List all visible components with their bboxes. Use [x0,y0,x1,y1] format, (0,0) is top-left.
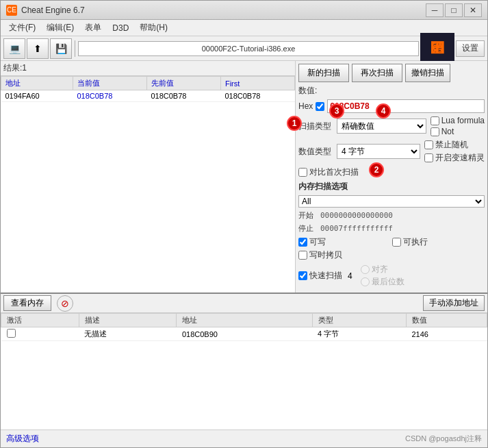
settings-button[interactable]: 设置 [456,40,485,57]
maximize-button[interactable]: □ [445,3,463,17]
start-value: 0000000000000000 [320,211,393,220]
title-bar: CE Cheat Engine 6.7 ─ □ ✕ [1,1,487,20]
col-first: First [220,77,294,90]
watermark: CSDN @pogasdhj注释 [405,434,482,444]
cell-address: 0194FA60 [1,90,73,102]
stop-value: 00007fffffffffff [320,224,393,233]
menu-edit[interactable]: 编辑(E) [41,21,79,35]
title-bar-controls: ─ □ ✕ [426,3,482,17]
scan-type-select[interactable]: 精确数值 [337,119,426,134]
value-label: 数值: [298,85,317,97]
not-checkbox[interactable] [431,127,439,136]
menu-table[interactable]: 表单 [79,21,107,35]
cheat-table-row[interactable]: 无描述 018C0B90 4 字节 2146 [1,327,487,341]
right-checkboxes2: 禁止随机 开启变速精灵 [424,139,485,164]
main-window: CE Cheat Engine 6.7 ─ □ ✕ 文件(F) 编辑(E) 表单… [0,0,488,448]
disable-random-label: 禁止随机 [424,139,485,151]
bottom-toolbar: 查看内存 ⊘ 手动添加地址 [1,294,487,313]
toolbar-save-button[interactable]: 💾 [50,38,72,59]
lua-checkbox[interactable] [431,116,439,125]
col-current: 当前值 [73,77,146,90]
right-panel: 新的扫描 再次扫描 撤销扫描 数值: Hex 扫描类型 精确数值 [296,61,487,293]
menu-help[interactable]: 帮助(H) [134,21,173,35]
compare-checkbox[interactable] [298,168,307,177]
toolbar: 💻 ⬆ 💾 ⃎ 设置 [1,36,487,61]
ce-logo: ⃎ [420,33,454,64]
menu-d3d[interactable]: D3D [107,22,134,34]
right-checkboxes: Lua formula Not [431,116,485,136]
window-title: Cheat Engine 6.7 [21,5,85,15]
annotation-2: 2 [369,162,384,177]
copy-on-write-checkbox[interactable] [298,251,307,260]
last-digits-radio[interactable] [361,277,370,286]
next-scan-button[interactable]: 再次扫描 [352,64,402,82]
pause-scan-label: 扫描时暂停游戏 [311,293,380,293]
ct-col-addr: 地址 [177,314,312,327]
stop-addr-row: 停止 00007fffffffffff [298,223,485,234]
ct-table: 激活 描述 地址 类型 数值 无描述 018C0B90 4 字节 2146 [1,313,487,341]
address-bar[interactable] [78,41,419,56]
lua-label: Lua formula [431,116,485,125]
disable-random-checkbox[interactable] [424,140,433,149]
radio-group: 对齐 最后位数 [361,264,404,288]
cell-first: 018C0B78 [220,90,294,102]
close-button[interactable]: ✕ [464,3,482,17]
value-type-label: 数值类型 [298,146,333,158]
last-digits-radio-label: 最后位数 [361,276,404,288]
scan-list: 地址 当前值 先前值 First 0194FA60 018C0B78 018C0… [1,76,295,293]
scan-table: 地址 当前值 先前值 First 0194FA60 018C0B78 018C0… [1,76,295,102]
compare-row: 对比首次扫描 [298,166,485,178]
value-type-row: 数值类型 4 字节 禁止随机 开启变速精灵 [298,139,485,164]
ct-col-value: 数值 [407,314,487,327]
not-label: Not [431,127,485,136]
menu-file[interactable]: 文件(F) [3,21,41,35]
left-panel: 结果:1 地址 当前值 先前值 First 0194FA60 [1,61,296,293]
ct-col-active: 激活 [1,314,79,327]
table-row[interactable]: 0194FA60 018C0B78 018C0B78 018C0B78 [1,90,295,102]
writable-checkbox[interactable] [298,238,307,247]
checkbox-grid: 可写 可执行 写时拷贝 [298,236,485,261]
compare-label: 对比首次扫描 [298,166,359,178]
bottom-footer: 高级选项 CSDN @pogasdhj注释 [1,430,487,447]
ct-address: 018C0B90 [177,327,312,341]
menu-bar: 文件(F) 编辑(E) 表单 D3D 帮助(H) [1,20,487,36]
active-checkbox[interactable] [7,329,16,338]
stop-label: 停止 [298,223,318,234]
value-type-select[interactable]: 4 字节 [337,144,420,159]
annotation-1: 1 [287,116,302,131]
hex-row: Hex [298,99,485,113]
mem-scan-select[interactable]: All [298,195,485,208]
align-radio-label: 对齐 [361,264,404,275]
hex-checkbox[interactable] [316,102,324,111]
toolbar-upload-button[interactable]: ⬆ [27,38,49,59]
result-count: 结果:1 [1,61,295,76]
view-memory-button[interactable]: 查看内存 [3,295,51,311]
stop-icon: ⊘ [57,295,73,312]
align-radio[interactable] [361,265,370,274]
fast-scan-label: 快速扫描 [298,270,342,282]
ct-active [1,327,79,341]
advanced-options-link[interactable]: 高级选项 [6,433,39,445]
executable-checkbox[interactable] [392,238,401,247]
fast-scan-value: 4 [348,271,352,281]
toolbar-computer-button[interactable]: 💻 [3,38,25,59]
start-var-checkbox[interactable] [424,153,433,162]
cell-current: 018C0B78 [73,90,146,102]
fast-scan-checkbox[interactable] [298,271,307,280]
minimize-button[interactable]: ─ [426,3,444,17]
copy-on-write-label: 写时拷贝 [298,249,391,261]
scan-type-row: 扫描类型 精确数值 Lua formula Not [298,116,485,136]
cancel-scan-button[interactable]: 撤销扫描 [405,64,450,82]
ct-value: 2146 [407,327,487,341]
toolbar-separator [75,40,75,57]
col-address: 地址 [1,77,73,90]
app-icon: CE [6,5,17,16]
start-addr-row: 开始 0000000000000000 [298,210,485,221]
scan-buttons-row: 新的扫描 再次扫描 撤销扫描 [298,64,485,82]
ct-col-type: 类型 [312,314,406,327]
hex-value-input[interactable] [327,99,485,113]
start-var-label: 开启变速精灵 [424,152,485,164]
new-scan-button[interactable]: 新的扫描 [298,64,349,82]
manual-add-button[interactable]: 手动添加地址 [423,295,485,311]
col-previous: 先前值 [146,77,220,90]
